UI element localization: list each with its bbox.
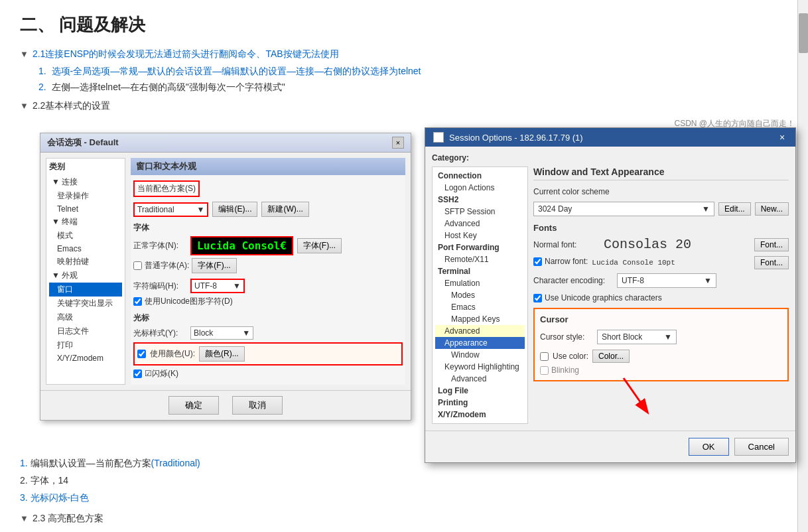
en-tree-connection[interactable]: Connection <box>435 170 525 182</box>
en-tree-portfwd[interactable]: Port Forwarding <box>435 241 525 253</box>
common-font-btn[interactable]: 字体(F)... <box>192 258 236 273</box>
en-dialog-close-btn[interactable]: × <box>777 132 787 143</box>
en-cancel-btn[interactable]: Cancel <box>734 438 789 456</box>
en-tree-ssh2[interactable]: SSH2 <box>435 194 525 206</box>
en-new-btn[interactable]: New... <box>755 202 789 216</box>
nl-item-3: 3. 光标闪烁-白色 <box>20 492 200 504</box>
cn-tree-emacs[interactable]: Emacs <box>49 243 122 255</box>
font-btn[interactable]: 字体(F)... <box>297 238 342 253</box>
encoding-label: 字符编码(H): <box>133 281 186 292</box>
cn-tree-telnet[interactable]: Telnet <box>49 203 122 215</box>
cn-tree-window[interactable]: 窗口 <box>49 283 122 297</box>
en-unicode-row: Use Unicode graphics characters <box>533 293 789 302</box>
color-scheme-label: 当前配色方案(S) <box>133 180 200 197</box>
en-tree-logfile[interactable]: Log File <box>435 385 525 397</box>
en-normal-font-btn[interactable]: Font... <box>754 238 789 251</box>
en-cursor-style-combo[interactable]: Short Block ▼ <box>597 330 677 344</box>
en-tree-appearance[interactable]: Appearance <box>435 337 525 349</box>
en-color-btn[interactable]: Color... <box>592 350 630 363</box>
bullet-item-21[interactable]: ▼ 2.1连接ENSP的时候会发现无法通过箭头进行翻阅命令、TAB按键无法使用 <box>20 48 788 60</box>
cn-tree-terminal[interactable]: ▼ 终端 <box>49 215 122 229</box>
cn-tree-advanced[interactable]: 高级 <box>49 310 122 324</box>
color-combo-arrow: ▼ <box>702 204 710 214</box>
edit-color-btn[interactable]: 编辑(E)... <box>212 202 257 217</box>
en-category-label: Category: <box>432 153 789 163</box>
new-color-btn[interactable]: 新建(W)... <box>261 202 308 217</box>
cn-tree-xyz[interactable]: X/Y/Zmodem <box>49 352 122 364</box>
cn-tree-mode[interactable]: 模式 <box>49 229 122 243</box>
cursor-style-select[interactable]: Block ▼ <box>190 326 253 340</box>
cn-dialog-body: 类别 ▼ 连接 登录操作 Telnet ▼ 终端 模式 Emacs 映射拍键 ▼… <box>40 153 411 390</box>
en-encoding-row: Character encoding: UTF-8 ▼ <box>533 273 789 288</box>
unicode-checkbox[interactable] <box>133 297 142 306</box>
en-blinking-checkbox[interactable] <box>540 366 549 375</box>
common-font-checkbox[interactable] <box>133 261 142 270</box>
nl-item-1: 1. 编辑默认设置—当前配色方案(Traditional) <box>20 458 200 470</box>
en-narrow-font-checkbox[interactable] <box>533 257 542 266</box>
en-tree-logon[interactable]: Logon Actions <box>435 182 525 194</box>
cn-tree-print[interactable]: 打印 <box>49 338 122 352</box>
encoding-group: 字符编码(H): UTF-8 ▼ 使用Unicode图形字符(D) <box>131 279 405 307</box>
encoding-arrow: ▼ <box>233 281 241 291</box>
color-btn[interactable]: 颜色(R)... <box>199 346 245 362</box>
section-21: ▼ 2.1连接ENSP的时候会发现无法通过箭头进行翻阅命令、TAB按键无法使用 … <box>20 48 788 94</box>
en-unicode-checkbox[interactable] <box>533 294 542 302</box>
bullet-item-23[interactable]: ▼ 2.3 高亮配色方案 <box>20 513 103 525</box>
blink-row: ☑闪烁(K) <box>133 368 403 379</box>
en-use-color-checkbox[interactable] <box>540 352 549 361</box>
en-tree-advanced[interactable]: Advanced <box>435 218 525 230</box>
cn-tree-keyword[interactable]: 关键字突出显示 <box>49 297 122 310</box>
en-cursor-style-label: Cursor style: <box>540 332 593 342</box>
en-narrow-font-label: Narrow font: <box>545 257 588 266</box>
common-font-label: 普通字体(A): <box>145 260 189 271</box>
en-cursor-style-row: Cursor style: Short Block ▼ <box>540 330 782 344</box>
en-tree-sftp[interactable]: SFTP Session <box>435 206 525 218</box>
en-tree-terminal[interactable]: Terminal <box>435 265 525 277</box>
cn-tree-mapkey[interactable]: 映射拍键 <box>49 255 122 269</box>
cn-dialog-close-btn[interactable]: × <box>392 137 404 149</box>
en-tree-advanced2[interactable]: Advanced <box>435 325 525 337</box>
en-normal-font-row: Normal font: Consolas 20 Font... <box>533 237 789 252</box>
cn-dialog-main: 窗口和文本外观 当前配色方案(S) Traditional ▼ 编辑(E)...… <box>131 158 405 385</box>
en-tree-mappedkeys[interactable]: Mapped Keys <box>435 313 525 325</box>
en-color-scheme-combo[interactable]: 3024 Day ▼ <box>533 202 714 216</box>
en-tree-xyz[interactable]: X/Y/Zmodem <box>435 409 525 421</box>
cn-tree-connection[interactable]: ▼ 连接 <box>49 175 122 189</box>
scrollbar[interactable] <box>797 0 808 532</box>
bullet-item-22[interactable]: ▼ 2.2基本样式的设置 <box>20 100 788 112</box>
en-dialog-footer: OK Cancel <box>425 431 795 462</box>
en-edit-btn[interactable]: Edit... <box>718 202 751 216</box>
cn-confirm-btn[interactable]: 确定 <box>168 396 219 415</box>
en-tree-emulation[interactable]: Emulation <box>435 277 525 289</box>
en-tree-window[interactable]: Window <box>435 349 525 361</box>
en-tree-printing[interactable]: Printing <box>435 397 525 409</box>
en-tree-remotex11[interactable]: Remote/X11 <box>435 253 525 265</box>
en-panel-title: Window and Text Appearance <box>533 166 789 180</box>
blink-label: ☑闪烁(K) <box>145 368 178 379</box>
cn-tree-logfile[interactable]: 日志文件 <box>49 324 122 338</box>
en-tree-modes[interactable]: Modes <box>435 289 525 301</box>
font-group: 字体 正常字体(N): Lucida Consol€ 字体(F)... 普通字体… <box>131 222 405 273</box>
page-title: 二、 问题及解决 <box>20 13 788 36</box>
encoding-select[interactable]: UTF-8 ▼ <box>190 279 245 293</box>
use-color-checkbox[interactable] <box>137 350 146 358</box>
unicode-label: 使用Unicode图形字符(D) <box>145 296 233 307</box>
scrollbar-thumb[interactable] <box>799 13 808 53</box>
normal-font-row: 正常字体(N): Lucida Consol€ 字体(F)... <box>133 236 403 255</box>
cn-tree-appearance[interactable]: ▼ 外观 <box>49 269 122 283</box>
cn-cancel-btn[interactable]: 取消 <box>232 396 283 415</box>
blink-checkbox[interactable] <box>133 369 142 378</box>
bullet-text-21: 2.1连接ENSP的时候会发现无法通过箭头进行翻阅命令、TAB按键无法使用 <box>33 48 339 60</box>
normal-font-label: 正常字体(N): <box>133 240 186 251</box>
cn-section-title: 窗口和文本外观 <box>131 158 405 175</box>
en-tree-emacs[interactable]: Emacs <box>435 301 525 313</box>
color-scheme-select[interactable]: Traditional ▼ <box>133 202 208 217</box>
en-tree-keyword-hi[interactable]: Keyword Highlighting <box>435 361 525 373</box>
cn-tree-logon[interactable]: 登录操作 <box>49 189 122 203</box>
en-tree-hostkey[interactable]: Host Key <box>435 230 525 241</box>
bullet-text-23: 2.3 高亮配色方案 <box>33 513 103 525</box>
en-encoding-combo[interactable]: UTF-8 ▼ <box>617 273 716 288</box>
en-ok-btn[interactable]: OK <box>689 438 729 456</box>
en-tree-advanced3[interactable]: Advanced <box>435 373 525 385</box>
en-narrow-font-btn[interactable]: Font... <box>754 256 789 269</box>
